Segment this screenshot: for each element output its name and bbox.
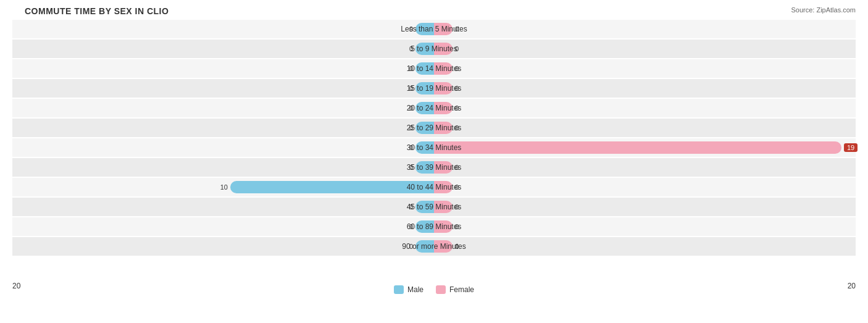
row-label: 10 to 14 Minutes — [407, 64, 462, 73]
female-value: 0 — [455, 183, 459, 191]
male-value: 0 — [409, 144, 413, 151]
male-value: 0 — [409, 85, 413, 92]
chart-area: 0Less than 5 Minutes005 to 9 Minutes0010… — [12, 20, 856, 279]
male-value: 0 — [409, 223, 413, 230]
male-value: 0 — [409, 203, 413, 211]
male-value: 0 — [409, 104, 413, 112]
row-label: 45 to 59 Minutes — [407, 203, 462, 211]
male-bar — [230, 181, 434, 193]
male-value: 0 — [409, 243, 413, 250]
female-value: 0 — [455, 124, 459, 132]
row-label: 15 to 19 Minutes — [407, 84, 462, 93]
female-value: 0 — [455, 45, 459, 52]
male-value: 0 — [409, 25, 413, 33]
female-value: 0 — [455, 243, 459, 250]
row-label: 30 to 34 Minutes — [407, 143, 462, 152]
legend-male: Male — [394, 285, 424, 294]
chart-row: 05 to 9 Minutes0 — [12, 40, 856, 58]
chart-row: 090 or more Minutes0 — [12, 237, 856, 256]
axis-left-label: 20 — [12, 282, 20, 294]
legend-male-color — [394, 285, 404, 294]
male-value: 10 — [220, 183, 228, 191]
female-value: 0 — [455, 85, 459, 92]
chart-row: 025 to 29 Minutes0 — [12, 119, 856, 137]
female-bar — [434, 141, 841, 154]
legend-female-label: Female — [449, 285, 474, 294]
chart-row: 1040 to 44 Minutes0 — [12, 178, 856, 196]
source-label: Source: ZipAtlas.com — [791, 6, 856, 14]
row-label: 20 to 24 Minutes — [407, 104, 462, 112]
male-value: 0 — [409, 65, 413, 72]
legend-female: Female — [436, 285, 474, 294]
chart-row: 045 to 59 Minutes0 — [12, 198, 856, 216]
chart-row: 020 to 24 Minutes0 — [12, 99, 856, 117]
chart-row: 060 to 89 Minutes0 — [12, 217, 856, 236]
female-value: 0 — [455, 65, 459, 72]
female-value: 19 — [844, 143, 858, 152]
row-label: 60 to 89 Minutes — [407, 222, 462, 231]
legend: Male Female — [394, 285, 474, 294]
male-value: 0 — [409, 45, 413, 52]
row-label: 40 to 44 Minutes — [407, 183, 462, 191]
female-value: 0 — [455, 203, 459, 211]
female-value: 0 — [455, 164, 459, 171]
row-label: 25 to 29 Minutes — [407, 124, 462, 132]
female-value: 0 — [455, 104, 459, 112]
chart-container: COMMUTE TIME BY SEX IN CLIO Source: ZipA… — [0, 0, 868, 323]
row-label: 5 to 9 Minutes — [411, 44, 457, 53]
chart-title: COMMUTE TIME BY SEX IN CLIO — [12, 6, 856, 16]
legend-female-color — [436, 285, 446, 294]
axis-right-label: 20 — [848, 282, 856, 294]
legend-male-label: Male — [407, 285, 424, 294]
male-value: 0 — [409, 164, 413, 171]
axis-bottom: 20 Male Female 20 — [12, 282, 856, 294]
male-value: 0 — [409, 124, 413, 132]
female-value: 0 — [455, 25, 459, 33]
row-label: 35 to 39 Minutes — [407, 163, 462, 172]
chart-row: 030 to 34 Minutes19 — [12, 138, 856, 157]
chart-row: 015 to 19 Minutes0 — [12, 79, 856, 98]
chart-row: 035 to 39 Minutes0 — [12, 158, 856, 177]
chart-row: 0Less than 5 Minutes0 — [12, 20, 856, 38]
chart-row: 010 to 14 Minutes0 — [12, 59, 856, 78]
female-value: 0 — [455, 223, 459, 230]
